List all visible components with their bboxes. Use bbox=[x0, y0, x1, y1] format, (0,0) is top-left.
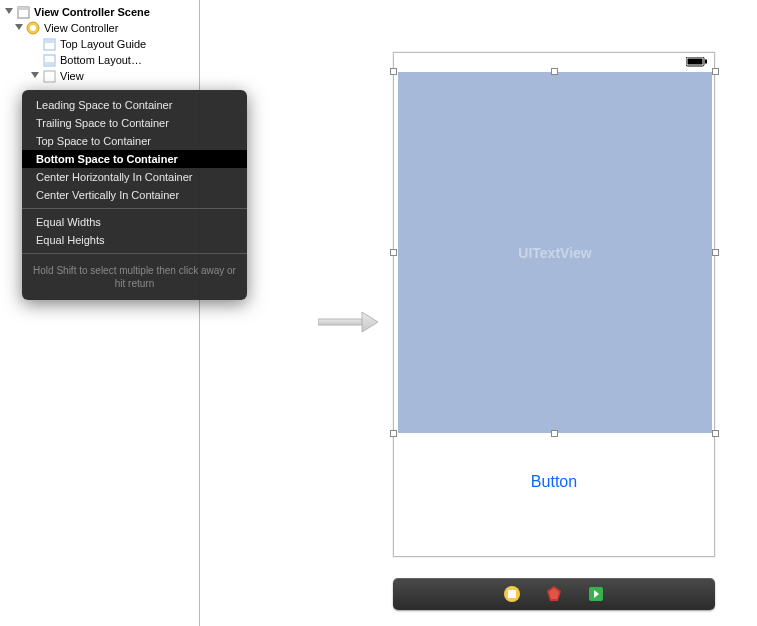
tree-row-view[interactable]: View bbox=[0, 68, 199, 84]
segue-arrow-icon bbox=[318, 310, 378, 334]
layout-guide-icon bbox=[42, 53, 56, 67]
resize-handle[interactable] bbox=[712, 68, 719, 75]
tree-row-controller[interactable]: View Controller bbox=[0, 20, 199, 36]
separator bbox=[22, 208, 247, 209]
constraint-option-equal-widths[interactable]: Equal Widths bbox=[22, 213, 247, 231]
svg-rect-7 bbox=[45, 40, 54, 43]
svg-rect-15 bbox=[688, 59, 703, 65]
resize-handle[interactable] bbox=[390, 68, 397, 75]
tree-label: View Controller Scene bbox=[34, 6, 150, 18]
tree-row-top-guide[interactable]: Top Layout Guide bbox=[0, 36, 199, 52]
layout-guide-icon bbox=[42, 37, 56, 51]
svg-rect-9 bbox=[45, 62, 54, 65]
svg-marker-10 bbox=[31, 72, 39, 78]
storyboard-scene-icon bbox=[16, 5, 30, 19]
pin-tool-icon[interactable] bbox=[544, 584, 564, 604]
viewcontroller-icon bbox=[26, 21, 40, 35]
tree-label: View Controller bbox=[44, 22, 118, 34]
uitextview-placeholder: UITextView bbox=[518, 245, 591, 261]
pin-constraints-popover: Leading Space to Container Trailing Spac… bbox=[22, 90, 247, 300]
separator bbox=[22, 253, 247, 254]
align-tool-icon[interactable] bbox=[502, 584, 522, 604]
button-container: Button bbox=[394, 451, 714, 491]
svg-rect-16 bbox=[705, 60, 707, 64]
constraint-option-leading[interactable]: Leading Space to Container bbox=[22, 96, 247, 114]
svg-rect-11 bbox=[44, 71, 55, 82]
disclosure-triangle-icon[interactable] bbox=[4, 7, 14, 17]
resize-handle[interactable] bbox=[712, 249, 719, 256]
battery-icon bbox=[686, 57, 708, 67]
spacer bbox=[30, 55, 40, 65]
resize-handle[interactable] bbox=[712, 430, 719, 437]
svg-marker-13 bbox=[362, 312, 378, 332]
tree-row-bottom-guide[interactable]: Bottom Layout… bbox=[0, 52, 199, 68]
tree-label: Bottom Layout… bbox=[60, 54, 142, 66]
constraint-option-center-h[interactable]: Center Horizontally In Container bbox=[22, 168, 247, 186]
svg-rect-2 bbox=[18, 7, 29, 10]
disclosure-triangle-icon[interactable] bbox=[14, 23, 24, 33]
canvas-bottom-toolbar bbox=[393, 578, 715, 610]
popover-hint: Hold Shift to select multiple then click… bbox=[22, 258, 247, 300]
uitextview[interactable]: UITextView bbox=[398, 72, 712, 433]
resize-handle[interactable] bbox=[390, 249, 397, 256]
svg-marker-3 bbox=[15, 24, 23, 30]
view-icon bbox=[42, 69, 56, 83]
tree-label: View bbox=[60, 70, 84, 82]
tree-label: Top Layout Guide bbox=[60, 38, 146, 50]
svg-rect-18 bbox=[508, 590, 516, 598]
disclosure-triangle-icon[interactable] bbox=[30, 71, 40, 81]
constraint-option-center-v[interactable]: Center Vertically In Container bbox=[22, 186, 247, 204]
svg-point-5 bbox=[30, 25, 36, 31]
svg-rect-12 bbox=[318, 319, 362, 325]
constraint-option-bottom[interactable]: Bottom Space to Container bbox=[22, 150, 247, 168]
resize-handle[interactable] bbox=[551, 68, 558, 75]
spacer bbox=[30, 39, 40, 49]
resize-handle[interactable] bbox=[551, 430, 558, 437]
resize-handle[interactable] bbox=[390, 430, 397, 437]
svg-marker-0 bbox=[5, 8, 13, 14]
interface-builder-canvas-view[interactable]: UITextView Button bbox=[393, 52, 715, 557]
resolve-issues-tool-icon[interactable] bbox=[586, 584, 606, 604]
constraint-option-top[interactable]: Top Space to Container bbox=[22, 132, 247, 150]
uibutton[interactable]: Button bbox=[531, 451, 577, 491]
constraint-option-trailing[interactable]: Trailing Space to Container bbox=[22, 114, 247, 132]
constraint-option-equal-heights[interactable]: Equal Heights bbox=[22, 231, 247, 249]
tree-row-scene[interactable]: View Controller Scene bbox=[0, 4, 199, 20]
